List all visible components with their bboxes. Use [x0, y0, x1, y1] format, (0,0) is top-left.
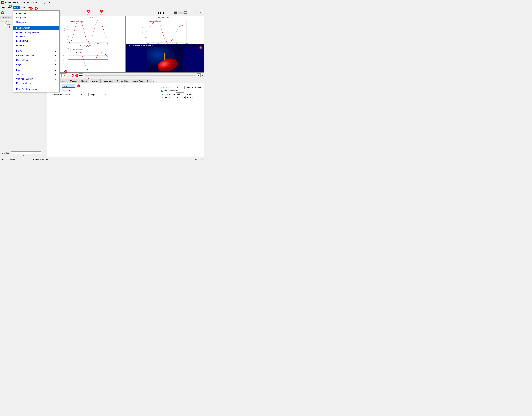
minimize-button[interactable]: —	[37, 1, 41, 4]
right-panel: Movie replay rate frames per second use …	[160, 84, 202, 101]
svg-text:MEA_VEL:MEA_ANGLE_1: MEA_VEL:MEA_ANGLE_1	[152, 21, 162, 22]
svg-text:300.0: 300.0	[97, 43, 99, 44]
toolbar-import-button[interactable]: ⬅	[189, 10, 194, 15]
quality-prev-button[interactable]: ◀	[183, 96, 186, 99]
quality-input[interactable]	[168, 96, 176, 99]
toolbar-back-button[interactable]: ◀◀	[157, 10, 162, 15]
movie-rate-unit: frames per second	[186, 86, 201, 88]
quality-next-button[interactable]: ▶	[187, 96, 189, 99]
svg-text:-10.0: -10.0	[67, 67, 69, 68]
svg-text:200.0: 200.0	[166, 43, 168, 44]
menu-item-page[interactable]: Page	[13, 68, 59, 72]
close-button[interactable]: ✕	[48, 1, 52, 4]
svg-text:-10.0: -10.0	[145, 37, 147, 38]
toolbar-delete-button[interactable]: ✕	[167, 10, 171, 15]
content-area: example_5_cams 130.0 120.0	[47, 16, 204, 157]
playback-slider[interactable]	[85, 75, 195, 76]
tab-hot[interactable]: Ho	[145, 79, 152, 83]
tab-overlay[interactable]: Overlay	[90, 79, 100, 83]
worst-label: Worst	[177, 97, 182, 99]
menu-item-load-animation[interactable]: Load Animation	[13, 26, 59, 30]
svg-text:300.0: 300.0	[97, 71, 99, 72]
play-button[interactable]: ▶ k	[62, 73, 66, 78]
titlebar: Ad Adams PostProcessor Adams 2020 — □ ✕	[0, 0, 204, 5]
menu-tools[interactable]: Tools	[20, 6, 27, 9]
menu-item-swap-view[interactable]: Swap View	[13, 16, 59, 20]
svg-text:100.0: 100.0	[66, 29, 69, 30]
annotation-f: f	[87, 10, 90, 13]
svg-text:100.0: 100.0	[156, 43, 159, 44]
svg-text:400.0: 400.0	[107, 71, 109, 72]
menu-item-pre-set[interactable]: Pre-Set	[13, 49, 59, 53]
folder-icon: 📁	[3, 20, 6, 22]
annotation-h: h	[30, 7, 33, 10]
menu-item-load-mode-shape[interactable]: Load Mode Shape Animation	[13, 30, 59, 35]
height-input[interactable]	[103, 93, 113, 96]
menu-item-position-orientation[interactable]: Position/Orientation	[13, 53, 59, 58]
filter-dropdown[interactable]: ▼	[1, 155, 46, 157]
tab-scroll-right[interactable]: ▶	[152, 79, 155, 83]
annotation-k: k	[65, 70, 67, 73]
play-split-button[interactable]: ◀|▶	[79, 73, 83, 78]
tab-vector-plots[interactable]: Vector Plots	[131, 79, 145, 83]
toolbar-layout-1[interactable]: ⬛	[173, 10, 178, 15]
frame-size-checkbox[interactable]	[49, 94, 51, 96]
svg-text:200.0: 200.0	[87, 43, 90, 44]
file-name-input[interactable]	[62, 84, 75, 88]
menu-item-expand-view[interactable]: Expand View	[13, 11, 59, 16]
toolbar-layout-3[interactable]	[183, 11, 187, 15]
menu-item-toolbars[interactable]: Toolbars	[13, 72, 59, 77]
svg-text:MEA_DIS:MEA_ANGLE_1: MEA_DIS:MEA_ANGLE_1	[73, 21, 84, 22]
annotation-r: R	[72, 74, 74, 77]
play-end-button[interactable]: ▶|	[197, 73, 201, 78]
menu-view[interactable]: View Expand View Swap View Clear View Lo…	[13, 6, 20, 9]
app-title: Adams PostProcessor Adams 2020	[5, 1, 37, 4]
view-3d-header: Last_Run Time= 0.0000 Frame=001	[126, 44, 204, 47]
key-frame-unit: frames	[185, 93, 191, 95]
svg-text:400.0: 400.0	[107, 43, 109, 44]
tab-record[interactable]: Record i	[79, 79, 89, 83]
menu-item-reset-gui[interactable]: Reset GUI Dimensions	[13, 87, 59, 91]
svg-text:10.0: 10.0	[67, 48, 69, 49]
width-input[interactable]	[78, 93, 89, 96]
frame-number: 1	[202, 74, 203, 76]
view-3d-title: Last_Run Time= 0.0000 Frame=001	[127, 45, 154, 47]
maximize-button[interactable]: □	[42, 1, 47, 4]
tab-appearance[interactable]: Appearance	[100, 79, 115, 83]
menu-item-command-window[interactable]: Command Window F3	[13, 77, 59, 81]
menu-item-load-plot[interactable]: Load Plot	[13, 35, 59, 39]
movie-rate-input[interactable]	[176, 86, 185, 89]
menu-item-load-4d-plot[interactable]: Load 4D Plot	[13, 39, 59, 43]
toolbar-select-button[interactable]: ↖	[7, 10, 12, 15]
toolbar-sep-1	[6, 11, 6, 15]
menu-item-projection[interactable]: Projection	[13, 62, 59, 67]
format-select[interactable]: AVI MPEG PNG	[62, 89, 71, 92]
menu-item-message-window[interactable]: Message window	[13, 81, 59, 86]
page-icon: 📄	[4, 23, 6, 25]
tab-view[interactable]: View	[60, 79, 68, 83]
tab-camera[interactable]: Camera	[68, 79, 79, 83]
compression-checkbox[interactable]	[161, 89, 163, 92]
chart-grid: example_5_cams 130.0 120.0	[47, 16, 204, 73]
key-frame-input[interactable]	[176, 92, 184, 95]
filter-input[interactable]	[11, 151, 41, 154]
tabbar: Animation View Camera Record i Overlay A…	[47, 78, 204, 83]
svg-text:Length (mm): Length (mm)	[64, 29, 65, 34]
annotation-j: j	[77, 84, 80, 88]
tab-contour-plots[interactable]: Contour Plots	[115, 79, 131, 83]
sidebar-title: Animation	[1, 16, 10, 19]
chart-velocity[interactable]: example_5_cams 20.0 10.0 0.0 -10.0 -20.0	[126, 16, 204, 44]
svg-text:10.0: 10.0	[145, 25, 147, 26]
toolbar-layout-2[interactable]: ⬜⬜	[178, 10, 183, 15]
menu-file[interactable]: File	[1, 6, 7, 9]
menu-item-render-mode[interactable]: Render Mode	[13, 58, 59, 62]
toolbar-export-button[interactable]: ➡	[194, 10, 199, 15]
toolbar-prev-button[interactable]: ▶	[162, 10, 166, 15]
view-3d-panel[interactable]: Last_Run Time= 0.0000 Frame=001	[126, 44, 204, 72]
menu-item-load-report[interactable]: Load Report	[13, 43, 59, 48]
svg-text:300.0: 300.0	[176, 43, 178, 44]
menu-item-clear-view[interactable]: Clear View	[13, 20, 59, 24]
movie-rate-row: Movie replay rate frames per second	[161, 86, 201, 89]
toolbar-settings-button[interactable]: ⚙	[199, 10, 204, 15]
best-label: Best	[190, 97, 194, 99]
